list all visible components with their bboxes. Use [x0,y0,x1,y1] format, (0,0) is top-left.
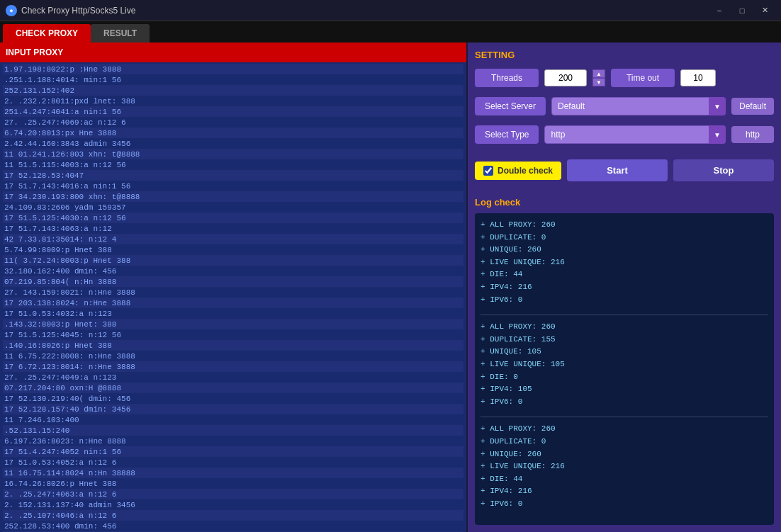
threads-input[interactable] [544,69,587,86]
proxy-row: 17 51.5.125:4030:a n:12 56 [3,213,463,223]
proxy-row: 17 52.130.219:40( dmin: 456 [3,393,463,404]
proxy-row: .52.131.15:240 [3,425,463,436]
log-line: + DUPLICATE: 0 [481,436,768,448]
proxy-row: 2. .25.247:4063:a n:12 6 [3,489,463,499]
minimize-button[interactable]: − [709,4,730,18]
proxy-row: 42 7.33.81:35014: n:12 4 [3,234,463,244]
proxy-row: 17 51.0.53:4032:a n:123 [3,308,463,319]
log-line: + DUPLICATE: 155 [481,334,768,346]
proxy-row: 2. .25.107:4046:a n:12 6 [3,510,463,521]
proxy-row: 11( 3.72.24:8003:p Hnet 388 [3,255,463,266]
proxy-row: 17 52.128.53:4047 [3,170,463,181]
double-check-label[interactable]: Double check [475,162,561,180]
timeout-input[interactable] [680,69,716,86]
app-title: Check Proxy Http/Socks5 Live [21,6,135,16]
threads-timeout-row: Threads ▲ ▼ Time out [475,69,774,87]
proxy-row: 2. 152.131.137:40 admin 3456 [3,499,463,510]
log-section: + ALL PROXY: 260+ DUPLICATE: 0+ UNIQUE: … [481,423,768,510]
threads-up[interactable]: ▲ [592,69,605,78]
select-type-label[interactable]: Select Type [475,125,539,144]
maximize-button[interactable]: □ [731,4,753,18]
log-line: + UNIQUE: 260 [481,448,768,461]
proxy-row: 17 203.138:8024: n:Hne 3888 [3,298,463,308]
tab-check-proxy[interactable]: CHECK PROXY [3,24,91,43]
stop-button[interactable]: Stop [673,159,774,181]
threads-down[interactable]: ▼ [592,78,605,86]
proxy-row: .143.32:8003:p Hnet: 388 [3,319,463,329]
log-line: + ALL PROXY: 260 [481,321,768,334]
select-type-container: http socks4 socks5 ▼ [544,125,726,144]
window-controls: − □ ✕ [709,4,775,18]
tab-result[interactable]: RESULT [91,24,150,43]
proxy-row: 17 52.128.157:40 dmin: 3456 [3,404,463,414]
log-line: + ALL PROXY: 260 [481,219,768,232]
log-line: + DIE: 0 [481,371,768,384]
proxy-row: 27. 143.159:8021: n:Hne 3888 [3,287,463,298]
proxy-row: 2. .232.2:8011:pxd lnet: 388 [3,96,463,106]
proxy-row: 17 51.5.125:4045: n:12 56 [3,329,463,340]
proxy-row: 11 6.75.222:8008: n:Hne 3888 [3,351,463,361]
select-server-label[interactable]: Select Server [475,97,546,115]
proxy-row: 11 16.75.114:8024 n:Hn 38888 [3,468,463,478]
log-line: + IPV6: 0 [481,498,768,511]
proxy-row: 11 01.241.126:803 xhn: t@8888 [3,149,463,159]
app-icon: ● [6,5,17,16]
log-line: + UNIQUE: 105 [481,346,768,358]
proxy-row: 32.180.162:400 dmin: 456 [3,266,463,276]
proxy-list[interactable]: 1.97.198:8022:p :Hne 3888.251.1.188:4014… [0,62,466,532]
proxy-row: 11 7.246.103:400 [3,414,463,425]
type-badge: http [731,126,774,143]
proxy-row: 1.97.198:8022:p :Hne 3888 [3,64,463,74]
select-server-container: Default Server 1 Server 2 ▼ [551,97,726,115]
log-line: + UNIQUE: 260 [481,244,768,256]
proxy-row: 251.4.247:4041:a nin:1 56 [3,106,463,117]
log-line: + DIE: 44 [481,473,768,486]
close-button[interactable]: ✕ [754,4,775,18]
tab-bar: CHECK PROXY RESULT [0,21,781,43]
proxy-row: 2.42.44.160:3843 admin 3456 [3,138,463,149]
proxy-row: 5.74.99:8009:p Hnet 388 [3,244,463,255]
select-server-row: Select Server Default Server 1 Server 2 … [475,97,774,115]
proxy-row: 16.74.26:8026:p Hnet 388 [3,478,463,489]
select-type-dropdown[interactable]: http socks4 socks5 [544,125,726,144]
proxy-row: 07.217.204:80 oxn:H @8888 [3,383,463,393]
timeout-label[interactable]: Time out [611,69,675,87]
log-line: + LIVE UNIQUE: 216 [481,460,768,473]
threads-label[interactable]: Threads [475,69,539,87]
title-bar-left: ● Check Proxy Http/Socks5 Live [6,5,135,16]
proxy-row: 17 6.72.123:8014: n:Hne 3888 [3,361,463,372]
proxy-row: 17 34.230.193:800 xhn: t@8888 [3,191,463,202]
log-line: + DUPLICATE: 0 [481,232,768,244]
title-bar: ● Check Proxy Http/Socks5 Live − □ ✕ [0,0,781,21]
proxy-row: 07.219.85:804( n:Hn 3888 [3,276,463,287]
log-line: + IPV4: 105 [481,383,768,396]
proxy-row: 27. .25.247:4049:a n:123 [3,372,463,383]
log-line: + IPV6: 0 [481,294,768,307]
double-check-checkbox[interactable] [483,166,493,176]
left-panel: INPUT PROXY 1.97.198:8022:p :Hne 3888.25… [0,43,468,532]
proxy-row: 6.197.236:8023: n:Hne 8888 [3,436,463,446]
log-header: Log check [475,197,774,208]
proxy-row: 17 51.7.143:4063:a n:12 [3,223,463,234]
log-divider [481,315,768,315]
log-section: + ALL PROXY: 260+ DUPLICATE: 155+ UNIQUE… [481,321,768,408]
log-area[interactable]: + ALL PROXY: 260+ DUPLICATE: 0+ UNIQUE: … [475,213,774,525]
proxy-row: 17 51.4.247:4052 nin:1 56 [3,446,463,457]
proxy-row: 17 51.0.53:4052:a n:12 6 [3,457,463,468]
proxy-row: 6.74.20:8013:px Hne 3888 [3,128,463,138]
select-type-row: Select Type http socks4 socks5 ▼ http [475,125,774,144]
log-line: + LIVE UNIQUE: 105 [481,358,768,371]
log-line: + ALL PROXY: 260 [481,423,768,436]
select-server-dropdown[interactable]: Default Server 1 Server 2 [551,97,726,115]
main-content: INPUT PROXY 1.97.198:8022:p :Hne 3888.25… [0,43,781,532]
start-button[interactable]: Start [567,159,668,181]
proxy-row: .251.1.188:4014: min:1 56 [3,74,463,85]
input-proxy-header: INPUT PROXY [0,43,466,62]
proxy-row: 252.128.53:400 dmin: 456 [3,521,463,531]
log-line: + IPV4: 216 [481,485,768,498]
setting-header: SETTING [475,50,774,60]
proxy-row: 27. .25.247:4069:ac n:12 6 [3,117,463,128]
log-divider [481,417,768,417]
log-line: + DIE: 44 [481,268,768,281]
threads-spinner: ▲ ▼ [592,69,605,86]
